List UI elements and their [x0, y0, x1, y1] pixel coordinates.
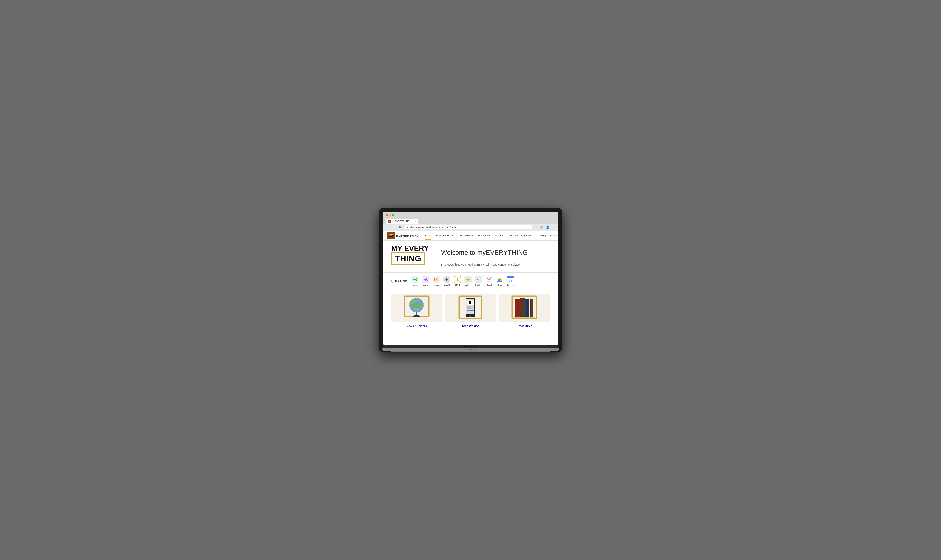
quick-link-calendar[interactable]: 31 Calendar	[507, 276, 514, 286]
new-tab-button[interactable]: +	[419, 219, 423, 223]
looker-label: Looker	[423, 284, 429, 286]
calendar-icon: 31	[507, 276, 514, 283]
ebth-label: EBTH	[455, 284, 460, 286]
website-content: MY EVERY THING myEVERYTHING Home News an…	[383, 231, 558, 345]
quick-link-lattice[interactable]: Lattice	[433, 276, 440, 286]
svg-rect-53	[467, 308, 473, 309]
quick-link-looop[interactable]: Looop	[412, 276, 419, 286]
macbook-base: MacBook Pro	[383, 348, 559, 351]
svg-rect-66	[526, 300, 526, 316]
drive-icon	[496, 276, 503, 283]
card-tech-title: Tech We Use	[462, 325, 479, 328]
card-tech-image	[445, 294, 496, 322]
close-button[interactable]	[386, 214, 388, 216]
admin-label: Admin	[465, 284, 470, 286]
nav-procedures[interactable]: Procedures	[476, 231, 492, 240]
macbook-foot	[391, 351, 550, 352]
svg-marker-11	[446, 278, 448, 281]
svg-point-35	[413, 315, 420, 317]
card-news-events[interactable]: News & Events	[391, 294, 442, 328]
quick-links-icons: Looop Looker	[412, 276, 514, 286]
nav-programs[interactable]: Programs and Benefits	[506, 231, 535, 240]
admin-icon	[464, 276, 472, 283]
quick-links-label: Quick Links	[391, 279, 407, 283]
bookmark-button[interactable]: ☆	[534, 225, 538, 229]
tab-favicon: ME	[388, 220, 391, 223]
logo-box: MY EVERY THING	[387, 232, 395, 239]
card-tech[interactable]: Tech We Use	[445, 294, 496, 328]
active-tab[interactable]: ME myEVERYTHING ×	[386, 219, 418, 224]
svg-rect-60	[515, 300, 516, 316]
svg-text:31: 31	[509, 279, 512, 282]
site-logo[interactable]: MY EVERY THING myEVERYTHING	[387, 232, 419, 239]
svg-rect-51	[467, 306, 474, 307]
card-procedures[interactable]: Procedures	[499, 294, 550, 328]
tab-close-button[interactable]: ×	[415, 220, 416, 222]
hero-section: MY EVERY THING Welcome to myEVERYTHING F…	[383, 241, 558, 272]
svg-text:S: S	[477, 278, 478, 281]
extensions-button[interactable]: 🧩	[539, 225, 544, 229]
lock-icon: 🔒	[406, 226, 409, 228]
nav-news-events[interactable]: News and Events	[434, 231, 457, 240]
quick-link-admin[interactable]: Admin	[464, 276, 472, 286]
lattice-icon	[433, 276, 440, 283]
nav-tech[interactable]: Tech We Use	[457, 231, 476, 240]
macbook-notch	[463, 346, 478, 347]
svg-point-2	[425, 278, 426, 280]
menu-button[interactable]: ⋮	[551, 225, 555, 229]
nav-links: Home News and Events Tech We Use Procedu…	[423, 231, 558, 240]
svg-rect-69	[530, 300, 530, 316]
nav-training[interactable]: Training	[535, 231, 548, 240]
svg-rect-43	[469, 301, 469, 304]
svg-point-3	[424, 280, 425, 281]
nav-policies[interactable]: Policies	[493, 231, 505, 240]
card-news-events-title: News & Events	[406, 325, 427, 328]
card-news-events-image	[391, 294, 442, 322]
leankit-icon	[443, 276, 451, 283]
sheakley-label: Sheakley	[475, 284, 482, 286]
svg-rect-49	[472, 301, 472, 304]
forward-button[interactable]: →	[392, 225, 396, 229]
quick-link-drive[interactable]: Drive	[496, 276, 503, 286]
quick-link-gmail[interactable]: Gmail	[486, 276, 493, 286]
svg-rect-41	[467, 301, 468, 304]
svg-rect-22	[507, 276, 514, 278]
drive-label: Drive	[498, 284, 502, 286]
svg-rect-70	[514, 317, 535, 318]
profile-button[interactable]: 👤	[545, 225, 550, 229]
looop-icon	[412, 276, 419, 283]
cards-section: News & Events	[383, 289, 558, 332]
hero-logo: MY EVERY THING	[391, 245, 429, 265]
tab-title: myEVERYTHING	[392, 220, 410, 222]
quick-link-leankit[interactable]: LeanKit	[443, 276, 451, 286]
leankit-label: LeanKit	[444, 284, 450, 286]
calendar-label: Calendar	[507, 284, 514, 286]
looker-icon	[422, 276, 429, 283]
screen: ME myEVERYTHING × + ← → ↻ 🔒 sites.google…	[383, 212, 558, 345]
hero-title: Welcome to myEVERYTHING	[441, 249, 550, 256]
hero-content: Welcome to myEVERYTHING Find everything …	[435, 245, 550, 266]
svg-point-55	[469, 315, 471, 317]
sheakley-icon: S	[475, 276, 482, 283]
svg-point-4	[426, 280, 427, 281]
address-bar: ← → ↻ 🔒 sites.google.com/ebth.com/myever…	[383, 224, 558, 231]
card-procedures-image	[499, 294, 550, 322]
quick-links-section: Quick Links Looop	[383, 272, 558, 289]
nav-home[interactable]: Home	[423, 231, 433, 240]
svg-rect-44	[469, 301, 470, 304]
hero-logo-thing: THING	[395, 254, 421, 263]
hero-subtitle: Find everything you need at EBTH, all in…	[441, 263, 550, 266]
back-button[interactable]: ←	[386, 225, 390, 229]
minimize-button[interactable]	[389, 214, 391, 216]
quick-link-sheakley[interactable]: S Sheakley	[475, 276, 482, 286]
svg-rect-45	[470, 301, 470, 304]
nav-covid[interactable]: COVID-19	[548, 231, 558, 240]
refresh-button[interactable]: ↻	[398, 225, 402, 229]
lattice-label: Lattice	[434, 284, 439, 286]
quick-link-looker[interactable]: Looker	[422, 276, 429, 286]
quick-link-ebth[interactable]: E EBTH	[454, 276, 461, 286]
browser-chrome: ME myEVERYTHING × + ← → ↻ 🔒 sites.google…	[383, 212, 558, 231]
url-bar[interactable]: 🔒 sites.google.com/ebth.com/myeverything…	[404, 225, 532, 229]
traffic-lights	[386, 214, 394, 216]
fullscreen-button[interactable]	[392, 214, 394, 216]
